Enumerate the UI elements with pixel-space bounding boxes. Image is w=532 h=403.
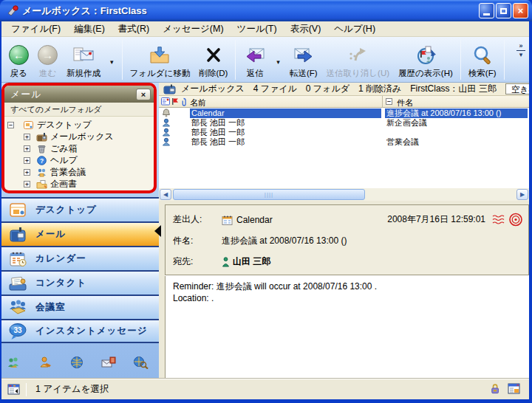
flag-column-icon[interactable] (171, 97, 179, 106)
back-icon: ← (9, 45, 29, 65)
scroll-right-icon[interactable]: ▶ (516, 189, 528, 200)
message-row[interactable]: 部長 池田 一郎 (159, 128, 529, 137)
toolbar-overflow-button[interactable]: » ▾ (515, 43, 527, 58)
column-header-name[interactable]: 名前 (190, 97, 206, 108)
message-row[interactable]: Calendar 進捗会議 at 2008/07/16 13:00 () (159, 108, 529, 118)
reply-dropdown[interactable]: ▾ (271, 39, 285, 80)
status-bar: 1 アイテムを選択 (1, 379, 529, 399)
split-view-icon[interactable] (7, 384, 20, 395)
menu-message[interactable]: メッセージ(M) (156, 21, 230, 37)
collapse-box-icon[interactable]: − (7, 122, 14, 128)
sidebar-item-contacts[interactable]: コンタクト (1, 270, 159, 294)
expand-box-icon[interactable]: + (24, 157, 30, 164)
scroll-left-icon[interactable]: ◀ (160, 189, 171, 200)
maximize-button[interactable] (496, 3, 511, 18)
toolbar-separator (122, 40, 123, 80)
mailbox-icon (36, 132, 47, 142)
search-button[interactable]: 検索(F) (464, 39, 501, 80)
reply-button[interactable]: 返信 (239, 39, 271, 80)
tree-item-label: デスクトップ (37, 119, 92, 131)
all-mail-folders-label[interactable]: すべてのメールフォルダ (4, 103, 154, 117)
menu-file[interactable]: ファイル(F) (4, 21, 67, 37)
menu-help[interactable]: ヘルプ(H) (327, 21, 382, 37)
close-button[interactable]: × (513, 3, 528, 18)
message-list: Calendar 進捗会議 at 2008/07/16 13:00 () 部長 … (159, 108, 529, 188)
file-count: 4 ファイル (253, 83, 297, 95)
desktop-icon (7, 202, 28, 219)
panel-collapse-arrow[interactable] (154, 225, 161, 237)
menu-tools[interactable]: ツール(T) (231, 21, 284, 37)
delete-icon (205, 44, 222, 67)
message-row[interactable]: 部長 池田 一郎 営業会議 (159, 137, 529, 147)
expand-box-icon[interactable]: + (24, 145, 30, 152)
expand-box-icon[interactable]: + (24, 134, 30, 140)
web-search-icon[interactable] (133, 356, 149, 371)
forward-message-label: 転送(F) (290, 68, 318, 79)
message-subject: 進捗会議 at 2008/07/16 13:00 () (385, 108, 528, 118)
tree-item-label: 企画書 (50, 178, 77, 190)
tree-item-proposal[interactable]: + 企画書 (4, 178, 154, 190)
move-to-folder-button[interactable]: フォルダに移動 (126, 39, 195, 80)
new-message-label: 新規作成 (66, 68, 100, 79)
column-divider[interactable] (382, 96, 383, 108)
move-folder-icon (149, 44, 171, 67)
delete-button[interactable]: 削除(D) (194, 39, 232, 80)
mailbox-title: メールボックス (181, 83, 245, 95)
sidebar-item-calendar[interactable]: カレンダー (1, 246, 159, 270)
tree-item-trash[interactable]: + ごみ箱 (4, 142, 154, 154)
message-body[interactable]: Reminder: 進捗会議 will occur at 2008/07/16 … (165, 276, 529, 379)
forward-button[interactable]: → 進む (33, 39, 62, 80)
sidebar-item-instant-message[interactable]: 33 インスタントメッセージ (1, 319, 159, 343)
message-sender: 部長 池田 一郎 (190, 137, 381, 147)
mail-panel-close-button[interactable]: × (136, 89, 151, 100)
sidebar-item-conference[interactable]: 会議室 (1, 294, 159, 319)
tree-item-help[interactable]: + ? ヘルプ (4, 154, 154, 166)
sidebar-item-desktop[interactable]: デスクトップ (1, 197, 159, 221)
scrollbar-thumb[interactable]: |||| (173, 189, 365, 200)
column-header-subject[interactable]: 件名 (397, 97, 413, 108)
title-bar[interactable]: メールボックス：FirstClass × (0, 0, 532, 21)
attachment-column-icon[interactable] (180, 97, 187, 106)
menu-format[interactable]: 書式(R) (112, 21, 156, 37)
tree-item-desktop[interactable]: − デスクトップ (4, 119, 154, 131)
sidebar-item-mail[interactable]: メール (1, 221, 159, 246)
new-message-dropdown[interactable]: ▾ (105, 39, 119, 80)
expand-box-icon[interactable]: + (24, 181, 30, 187)
calendar-icon (7, 250, 28, 268)
message-row[interactable]: 部長 池田 一郎 新企画会議 (159, 118, 529, 128)
horizontal-scrollbar[interactable]: ◀ |||| ▶ (159, 188, 529, 201)
member-icon[interactable] (38, 356, 52, 371)
delete-label: 削除(D) (199, 68, 228, 79)
tree-item-mailbox[interactable]: + メールボックス (4, 131, 154, 142)
menu-view[interactable]: 表示(V) (284, 21, 328, 37)
list-column-header[interactable]: 名前 − 件名 (159, 96, 529, 108)
tree-item-label: 営業会議 (50, 166, 86, 179)
message-status-column-icon[interactable] (161, 97, 170, 106)
minimize-button[interactable] (479, 3, 494, 18)
message-subject (385, 128, 528, 137)
menu-bar: ファイル(F) 編集(E) 書式(R) メッセージ(M) ツール(T) 表示(V… (1, 21, 529, 37)
layout-view-icon[interactable] (508, 383, 520, 396)
preview-to[interactable]: 山田 三郎 (233, 255, 270, 268)
preview-from[interactable]: Calendar (236, 215, 273, 225)
chevron-down-icon: ▾ (110, 58, 114, 66)
forward-message-button[interactable]: 転送(F) (285, 39, 322, 80)
web-icon[interactable] (69, 356, 84, 371)
lock-icon[interactable] (490, 383, 500, 396)
stamp-mail-icon[interactable] (101, 356, 116, 371)
desktop-icon (23, 120, 34, 130)
tree-item-sales-meeting[interactable]: + 営業会議 (4, 166, 154, 178)
back-button[interactable]: ← 戻る (4, 39, 33, 80)
expand-box-icon[interactable]: + (24, 169, 30, 176)
new-message-button[interactable]: 新規作成 (62, 39, 105, 80)
menu-edit[interactable]: 編集(E) (67, 21, 112, 37)
collapse-column-icon[interactable]: − (386, 98, 392, 105)
history-button[interactable]: 履歴の表示(H) (394, 39, 457, 80)
unsend-button[interactable]: 送信取り消し(U) (322, 39, 395, 80)
unsend-label: 送信取り消し(U) (327, 68, 390, 79)
workgroup-icon[interactable] (6, 356, 21, 371)
history-icon (415, 44, 437, 67)
app-icon (6, 4, 19, 18)
toolbar-separator (235, 40, 236, 80)
mailbox-icon (163, 84, 176, 94)
